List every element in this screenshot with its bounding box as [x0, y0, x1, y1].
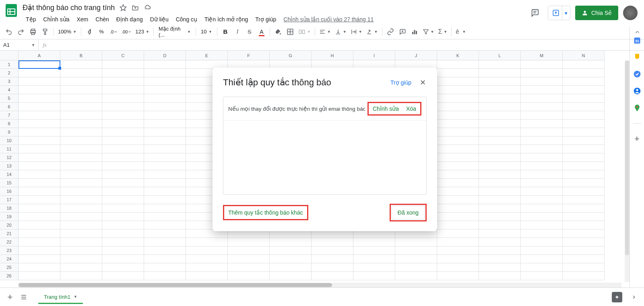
cell[interactable] [521, 86, 563, 94]
currency-button[interactable]: ₫ [84, 26, 95, 37]
cell[interactable] [479, 272, 521, 280]
row-header[interactable]: 24 [0, 255, 19, 263]
row-header[interactable]: 10 [0, 136, 19, 145]
sheet-tab[interactable]: Trang tính1▼ [38, 290, 83, 304]
row-header[interactable]: 26 [0, 272, 19, 280]
row-header[interactable]: 14 [0, 170, 19, 179]
column-header[interactable]: M [521, 51, 563, 60]
cell[interactable] [521, 179, 563, 187]
cell[interactable] [102, 213, 144, 221]
cell[interactable] [60, 94, 102, 103]
insert-comment-icon[interactable] [397, 26, 408, 37]
cell[interactable] [19, 103, 60, 111]
insert-link-icon[interactable] [385, 26, 396, 37]
cell[interactable] [479, 179, 521, 187]
cell[interactable] [60, 263, 102, 272]
cell[interactable] [353, 238, 395, 246]
cell[interactable] [102, 86, 144, 94]
cell[interactable] [437, 120, 479, 128]
cell[interactable] [60, 179, 102, 187]
formula-input[interactable] [51, 39, 644, 50]
cell[interactable] [521, 111, 563, 120]
cell[interactable] [144, 136, 186, 145]
cell[interactable] [353, 246, 395, 255]
borders-icon[interactable] [285, 26, 296, 37]
font-dropdown[interactable]: Mặc định (...▼ [156, 26, 193, 37]
cell[interactable] [563, 246, 605, 255]
increase-decimal-button[interactable]: .00 [120, 26, 133, 37]
cell[interactable] [186, 255, 228, 263]
row-header[interactable]: 7 [0, 111, 19, 120]
row-header[interactable]: 11 [0, 145, 19, 153]
cell[interactable] [144, 187, 186, 196]
cell[interactable] [19, 213, 60, 221]
cell[interactable] [479, 221, 521, 229]
dialog-help-link[interactable]: Trợ giúp [390, 79, 411, 86]
menu-data[interactable]: Dữ liệu [147, 14, 172, 24]
cell[interactable] [437, 213, 479, 221]
cell[interactable] [102, 187, 144, 196]
cell[interactable] [144, 255, 186, 263]
menu-format[interactable]: Định dạng [113, 14, 146, 24]
cell[interactable] [437, 103, 479, 111]
cell[interactable] [270, 246, 312, 255]
row-header[interactable]: 21 [0, 229, 19, 238]
cell[interactable] [395, 272, 437, 280]
all-sheets-button[interactable] [17, 290, 31, 304]
column-header[interactable]: G [270, 51, 312, 60]
cell[interactable] [521, 128, 563, 136]
done-button[interactable]: Đã xong [392, 206, 425, 219]
cell[interactable] [186, 263, 228, 272]
cell[interactable] [479, 263, 521, 272]
add-addon-icon[interactable]: + [633, 135, 641, 143]
row-header[interactable]: 18 [0, 204, 19, 213]
cell[interactable] [60, 162, 102, 170]
column-header[interactable]: A [19, 51, 60, 60]
cell[interactable] [563, 238, 605, 246]
cell[interactable] [19, 60, 60, 69]
column-header[interactable]: F [228, 51, 270, 60]
cell[interactable] [563, 229, 605, 238]
cell[interactable] [437, 272, 479, 280]
cell[interactable] [144, 77, 186, 86]
cell[interactable] [437, 77, 479, 86]
cell[interactable] [395, 246, 437, 255]
column-header[interactable]: C [102, 51, 144, 60]
move-icon[interactable] [132, 4, 139, 11]
cell[interactable] [19, 69, 60, 77]
cell[interactable] [270, 263, 312, 272]
cell[interactable] [563, 120, 605, 128]
cell[interactable] [521, 60, 563, 69]
cell[interactable] [521, 153, 563, 162]
insert-chart-icon[interactable] [409, 26, 420, 37]
cell[interactable] [102, 162, 144, 170]
cell[interactable] [144, 229, 186, 238]
cell[interactable] [437, 246, 479, 255]
cell[interactable] [312, 238, 353, 246]
menu-edit[interactable]: Chỉnh sửa [40, 14, 72, 24]
cell[interactable] [144, 246, 186, 255]
cell[interactable] [102, 111, 144, 120]
text-color-icon[interactable]: A [256, 26, 267, 37]
cell[interactable] [60, 221, 102, 229]
cell[interactable] [563, 136, 605, 145]
row-header[interactable]: 25 [0, 263, 19, 272]
cell[interactable] [563, 60, 605, 69]
cell[interactable] [19, 136, 60, 145]
vertical-scrollbar[interactable] [625, 60, 630, 282]
undo-icon[interactable] [3, 26, 14, 37]
cell[interactable] [60, 111, 102, 120]
cell[interactable] [102, 196, 144, 204]
close-icon[interactable]: ✕ [419, 78, 427, 87]
cell[interactable] [144, 111, 186, 120]
cell[interactable] [60, 120, 102, 128]
side-panel-toggle-icon[interactable] [627, 290, 641, 304]
cell[interactable] [144, 162, 186, 170]
cell[interactable] [19, 238, 60, 246]
cell[interactable] [479, 187, 521, 196]
present-button[interactable]: ▾ [548, 6, 570, 20]
cell[interactable] [19, 179, 60, 187]
cell[interactable] [479, 238, 521, 246]
cell[interactable] [270, 272, 312, 280]
cell[interactable] [102, 204, 144, 213]
